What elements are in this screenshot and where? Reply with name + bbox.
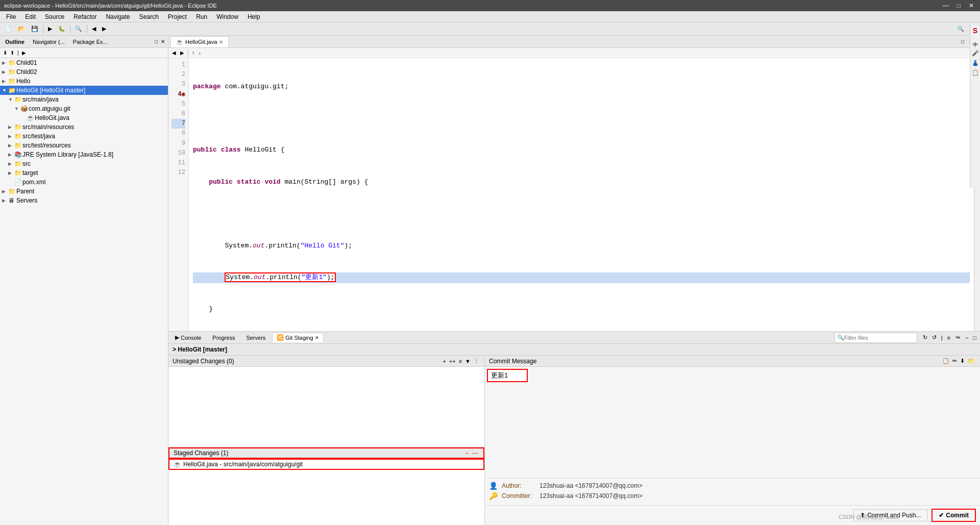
- tree-label: com.atguigu.git: [29, 105, 70, 112]
- main-layout: Outline Navigator (... Package Ex... □ ✕…: [0, 36, 980, 525]
- filter-files-input[interactable]: [844, 335, 915, 341]
- menu-search[interactable]: Search: [135, 12, 163, 21]
- sogou-mic: 🎤: [972, 50, 979, 57]
- menu-navigate[interactable]: Navigate: [102, 12, 134, 21]
- sidebar-collapse-btn[interactable]: □: [154, 38, 159, 45]
- menu-run[interactable]: Run: [192, 12, 211, 21]
- git-right-panel: Commit Message 📋 ✏ ⬇ 📁 更新1: [485, 356, 980, 525]
- unstaged-add-btn[interactable]: +: [442, 357, 447, 365]
- sidebar-action-2[interactable]: ⬆: [9, 49, 15, 56]
- panel-right-icons: ↻ ↺ | ≡ ≔ − □: [921, 334, 978, 341]
- menu-file[interactable]: File: [2, 12, 20, 21]
- tree-item-servers[interactable]: ▶ 🖥 Servers: [0, 196, 168, 205]
- toolbar-back[interactable]: ◀: [89, 23, 99, 35]
- code-editor[interactable]: 1 2 3 4◉ 5 6 7 8 9 10 11 12 package com.…: [168, 58, 974, 331]
- tree-item-hellogit-java[interactable]: ▶ ☕ HelloGit.java: [0, 113, 168, 122]
- toolbar-save[interactable]: 💾: [29, 23, 41, 35]
- tab-label: HelloGit.java: [185, 39, 217, 45]
- unstaged-list-btn[interactable]: ≡: [458, 357, 463, 365]
- sidebar-action-1[interactable]: ⬇: [2, 49, 8, 56]
- sidebar-tab-outline[interactable]: Outline: [2, 38, 28, 46]
- commit-button[interactable]: ✔ Commit: [932, 509, 976, 522]
- tree-item-pom[interactable]: ▶ 📄 pom.xml: [0, 178, 168, 187]
- commit-msg-value[interactable]: 更新1: [487, 369, 528, 382]
- tree-item-src-main-java[interactable]: ▼ 📁 src/main/java: [0, 95, 168, 104]
- tree-item-src[interactable]: ▶ 📁 src: [0, 159, 168, 168]
- commit-msg-icon4[interactable]: 📁: [967, 357, 976, 365]
- unstaged-sort-btn[interactable]: ▼: [464, 357, 472, 365]
- menu-source[interactable]: Source: [41, 12, 68, 21]
- unstaged-more-btn[interactable]: ⋮: [473, 357, 480, 365]
- unstaged-add-all-btn[interactable]: ++: [448, 357, 457, 365]
- code-content[interactable]: package com.atguigu.git; public class He…: [189, 58, 974, 331]
- panel-icon-3[interactable]: |: [940, 334, 944, 341]
- commit-msg-icon3[interactable]: ⬇: [959, 357, 966, 365]
- editor-back-btn[interactable]: ◀: [170, 49, 178, 56]
- tree-item-hellogit[interactable]: ▼ 📁 HelloGit [HelloGit master]: [0, 86, 168, 95]
- tree-item-parent[interactable]: ▶ 📁 Parent: [0, 187, 168, 196]
- minimize-button[interactable]: —: [941, 2, 951, 9]
- toolbar-run[interactable]: ▶: [45, 23, 55, 35]
- author-icon: 👤: [489, 482, 498, 490]
- tree-item-src-main-res[interactable]: ▶ 📁 src/main/resources: [0, 122, 168, 132]
- toolbar-new[interactable]: 📄: [2, 23, 14, 35]
- editor-tab-hellogit[interactable]: ☕ HelloGit.java ✕: [170, 36, 229, 47]
- close-button[interactable]: ✕: [967, 2, 976, 9]
- tree-item-jre[interactable]: ▶ 📚 JRE System Library [JavaSE-1.8]: [0, 150, 168, 159]
- panel-tab-servers[interactable]: Servers: [241, 333, 270, 342]
- sidebar-action-3[interactable]: |: [16, 49, 20, 56]
- editor-toolbar: ◀ ▶ ↑ ↓: [168, 48, 980, 58]
- tree-item-target[interactable]: ▶ 📁 target: [0, 168, 168, 178]
- tree-item-child01[interactable]: ▶ 📁 Child01: [0, 58, 168, 67]
- panel-icon-5[interactable]: ≔: [953, 334, 962, 341]
- folder-icon: 📁: [8, 78, 16, 85]
- tree-item-hello[interactable]: ▶ 📁 Hello: [0, 77, 168, 86]
- line-numbers: 1 2 3 4◉ 5 6 7 8 9 10 11 12: [168, 58, 189, 331]
- staged-remove-btn[interactable]: −: [464, 449, 470, 457]
- sidebar-tab-package[interactable]: Package Ex...: [70, 38, 111, 46]
- editor-next-btn[interactable]: ↓: [197, 49, 203, 56]
- menu-refactor[interactable]: Refactor: [69, 12, 101, 21]
- git-staging-close-btn[interactable]: ✕: [315, 335, 319, 340]
- tree-item-package[interactable]: ▼ 📦 com.atguigu.git: [0, 104, 168, 113]
- commit-msg-icon2[interactable]: ✏: [951, 357, 958, 365]
- tree-arrow: ▶: [8, 170, 14, 176]
- sidebar-close-btn[interactable]: ✕: [160, 38, 166, 45]
- toolbar-search[interactable]: 🔍: [72, 23, 85, 35]
- tree-label: pom.xml: [22, 179, 45, 186]
- tree-item-src-test-res[interactable]: ▶ 📁 src/test/resources: [0, 141, 168, 150]
- sidebar-tab-navigator[interactable]: Navigator (...: [30, 38, 68, 46]
- committer-row: 🔑 Committer: 123shuai-aa <1678714007@qq.…: [489, 492, 976, 500]
- tree-item-child02[interactable]: ▶ 📁 Child02: [0, 67, 168, 77]
- panel-icon-1[interactable]: ↻: [921, 334, 929, 341]
- panel-tab-progress[interactable]: Progress: [208, 333, 239, 342]
- tree-arrow: ▼: [14, 106, 20, 111]
- tree-label: Parent: [16, 188, 34, 195]
- toolbar-forward[interactable]: ▶: [100, 23, 109, 35]
- tab-close-button[interactable]: ✕: [219, 39, 223, 45]
- tree-item-src-test-java[interactable]: ▶ 📁 src/test/java: [0, 132, 168, 141]
- commit-msg-icon1[interactable]: 📋: [941, 357, 950, 365]
- staged-remove-all-btn[interactable]: −−: [471, 449, 479, 457]
- editor-fwd-btn[interactable]: ▶: [179, 49, 186, 56]
- panel-tab-console[interactable]: ▶ Console: [170, 333, 206, 342]
- menu-window[interactable]: Window: [212, 12, 242, 21]
- staged-file-hellogit[interactable]: ☕ HelloGit.java - src/main/java/com/atgu…: [168, 459, 484, 470]
- library-icon: 📚: [14, 151, 22, 158]
- toolbar-open[interactable]: 📂: [15, 23, 28, 35]
- menu-edit[interactable]: Edit: [21, 12, 40, 21]
- panel-tab-git-staging[interactable]: 🔀 Git Staging ✕: [272, 333, 323, 342]
- menu-project[interactable]: Project: [164, 12, 191, 21]
- toolbar-search-global[interactable]: 🔍: [954, 23, 967, 35]
- toolbar-debug[interactable]: 🐛: [56, 23, 68, 35]
- panel-maximize-btn[interactable]: □: [971, 334, 978, 341]
- sidebar-action-4[interactable]: ▶: [21, 49, 27, 56]
- editor-prev-btn[interactable]: ↑: [190, 49, 196, 56]
- panel-icon-4[interactable]: ≡: [945, 334, 951, 341]
- menu-help[interactable]: Help: [243, 12, 264, 21]
- minimize-editor-btn[interactable]: □: [959, 36, 967, 47]
- panel-minimize-btn[interactable]: −: [964, 334, 970, 341]
- folder-icon: 📁: [14, 133, 22, 140]
- panel-icon-2[interactable]: ↺: [930, 334, 938, 341]
- maximize-button[interactable]: □: [955, 2, 963, 9]
